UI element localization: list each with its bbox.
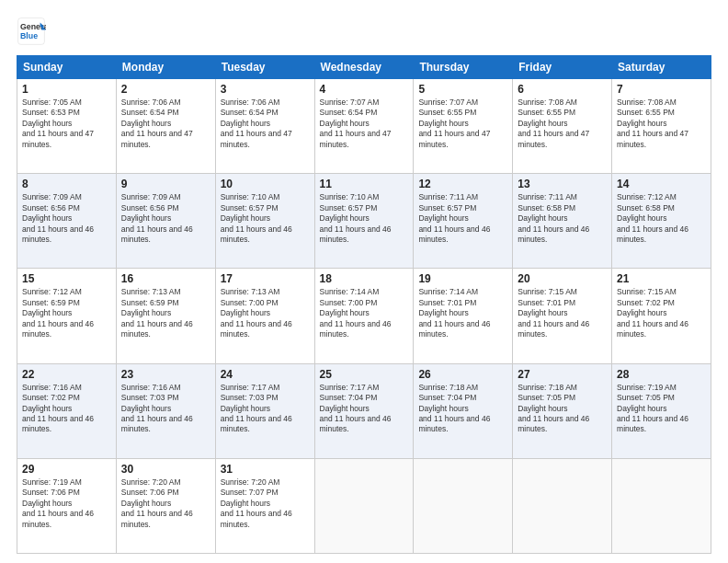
sunset-label: Sunset: 7:02 PM [617,298,675,307]
calendar-day-24: 24 Sunrise: 7:17 AM Sunset: 7:03 PM Dayl… [215,363,314,458]
calendar-table: SundayMondayTuesdayWednesdayThursdayFrid… [17,55,711,554]
day-info: Sunrise: 7:12 AM Sunset: 6:58 PM Dayligh… [617,192,706,245]
daylight-label: Daylight hours [22,308,72,317]
sunrise-label: Sunrise: 7:12 AM [617,192,677,201]
sunset-label: Sunset: 6:54 PM [121,108,179,117]
daylight-duration: and 11 hours and 46 minutes. [22,319,94,339]
sunrise-label: Sunrise: 7:10 AM [221,192,280,201]
sunset-label: Sunset: 7:06 PM [121,488,179,497]
day-number: 21 [617,272,706,285]
daylight-duration: and 11 hours and 46 minutes. [121,224,193,244]
sunrise-label: Sunrise: 7:09 AM [121,192,181,201]
logo-icon: General Blue [17,17,46,46]
daylight-duration: and 11 hours and 46 minutes. [320,319,392,339]
daylight-label: Daylight hours [320,308,370,317]
sunset-label: Sunset: 6:53 PM [22,108,80,117]
day-number: 5 [418,83,507,96]
day-number: 23 [121,368,210,381]
weekday-header-sunday: Sunday [17,56,117,79]
day-info: Sunrise: 7:08 AM Sunset: 6:55 PM Dayligh… [518,98,607,150]
daylight-label: Daylight hours [518,308,567,317]
calendar-day-18: 18 Sunrise: 7:14 AM Sunset: 7:00 PM Dayl… [314,269,414,363]
calendar-day-7: 7 Sunrise: 7:08 AM Sunset: 6:55 PM Dayli… [612,79,711,174]
sunrise-label: Sunrise: 7:14 AM [418,287,478,296]
calendar-day-2: 2 Sunrise: 7:06 AM Sunset: 6:54 PM Dayli… [116,79,215,174]
calendar-day-10: 10 Sunrise: 7:10 AM Sunset: 6:57 PM Dayl… [215,174,314,269]
calendar-day-30: 30 Sunrise: 7:20 AM Sunset: 7:06 PM Dayl… [116,458,215,553]
day-number: 14 [617,178,706,190]
sunset-label: Sunset: 6:57 PM [221,203,279,213]
daylight-duration: and 11 hours and 46 minutes. [221,414,292,433]
sunrise-label: Sunrise: 7:14 AM [320,287,380,296]
day-info: Sunrise: 7:16 AM Sunset: 7:02 PM Dayligh… [22,383,111,435]
daylight-label: Daylight hours [617,308,666,317]
sunrise-label: Sunrise: 7:07 AM [418,98,478,107]
day-info: Sunrise: 7:19 AM Sunset: 7:05 PM Dayligh… [617,383,706,435]
sunrise-label: Sunrise: 7:15 AM [518,287,577,296]
daylight-label: Daylight hours [320,119,370,128]
day-info: Sunrise: 7:13 AM Sunset: 7:00 PM Dayligh… [221,287,310,339]
day-number: 22 [22,368,111,381]
sunset-label: Sunset: 6:56 PM [22,203,80,213]
sunrise-label: Sunrise: 7:17 AM [221,383,280,392]
day-number: 7 [617,83,706,96]
day-number: 20 [518,272,607,285]
sunset-label: Sunset: 7:00 PM [221,298,279,307]
day-info: Sunrise: 7:12 AM Sunset: 6:59 PM Dayligh… [22,287,111,339]
daylight-label: Daylight hours [518,404,567,413]
day-info: Sunrise: 7:17 AM Sunset: 7:03 PM Dayligh… [221,383,310,435]
daylight-duration: and 11 hours and 46 minutes. [221,224,292,244]
sunrise-label: Sunrise: 7:15 AM [617,287,677,296]
daylight-duration: and 11 hours and 47 minutes. [22,129,94,148]
daylight-duration: and 11 hours and 46 minutes. [121,319,193,339]
page: General Blue SundayMondayTuesdayWednesda… [0,0,728,563]
sunrise-label: Sunrise: 7:19 AM [22,477,82,487]
day-number: 8 [22,178,111,190]
day-info: Sunrise: 7:07 AM Sunset: 6:54 PM Dayligh… [320,98,409,150]
daylight-label: Daylight hours [617,119,666,128]
sunset-label: Sunset: 6:54 PM [221,108,279,117]
daylight-label: Daylight hours [221,404,270,413]
day-info: Sunrise: 7:10 AM Sunset: 6:57 PM Dayligh… [320,192,409,245]
day-info: Sunrise: 7:15 AM Sunset: 7:02 PM Dayligh… [617,287,706,339]
sunset-label: Sunset: 6:59 PM [22,298,80,307]
weekday-header-friday: Friday [513,56,612,79]
sunset-label: Sunset: 7:06 PM [22,488,80,497]
daylight-duration: and 11 hours and 46 minutes. [518,414,589,433]
day-info: Sunrise: 7:06 AM Sunset: 6:54 PM Dayligh… [121,98,210,150]
weekday-header-tuesday: Tuesday [215,56,314,79]
sunrise-label: Sunrise: 7:08 AM [617,98,677,107]
daylight-label: Daylight hours [121,499,171,508]
daylight-label: Daylight hours [121,308,171,317]
empty-cell [612,458,711,553]
calendar-day-27: 27 Sunrise: 7:18 AM Sunset: 7:05 PM Dayl… [513,363,612,458]
sunrise-label: Sunrise: 7:18 AM [518,383,577,392]
day-number: 29 [22,463,111,476]
weekday-header-saturday: Saturday [612,56,711,79]
sunrise-label: Sunrise: 7:07 AM [320,98,380,107]
day-number: 2 [121,83,210,96]
daylight-duration: and 11 hours and 46 minutes. [22,224,94,244]
sunrise-label: Sunrise: 7:10 AM [320,192,380,201]
calendar-day-16: 16 Sunrise: 7:13 AM Sunset: 6:59 PM Dayl… [116,269,215,363]
weekday-header-monday: Monday [116,56,215,79]
sunset-label: Sunset: 7:00 PM [320,298,378,307]
sunrise-label: Sunrise: 7:06 AM [121,98,181,107]
sunset-label: Sunset: 7:03 PM [221,393,279,402]
daylight-duration: and 11 hours and 46 minutes. [320,224,392,244]
sunset-label: Sunset: 7:02 PM [22,393,80,402]
day-info: Sunrise: 7:14 AM Sunset: 7:00 PM Dayligh… [320,287,409,339]
daylight-label: Daylight hours [418,308,468,317]
logo: General Blue [17,17,50,46]
sunset-label: Sunset: 6:59 PM [121,298,179,307]
day-number: 15 [22,272,111,285]
sunrise-label: Sunrise: 7:16 AM [121,383,181,392]
daylight-label: Daylight hours [221,499,270,508]
day-info: Sunrise: 7:20 AM Sunset: 7:06 PM Dayligh… [121,477,210,530]
calendar-day-3: 3 Sunrise: 7:06 AM Sunset: 6:54 PM Dayli… [215,79,314,174]
daylight-duration: and 11 hours and 46 minutes. [418,224,490,244]
daylight-duration: and 11 hours and 47 minutes. [617,129,688,148]
daylight-duration: and 11 hours and 46 minutes. [320,414,392,433]
sunrise-label: Sunrise: 7:11 AM [518,192,577,201]
daylight-duration: and 11 hours and 46 minutes. [617,414,688,433]
